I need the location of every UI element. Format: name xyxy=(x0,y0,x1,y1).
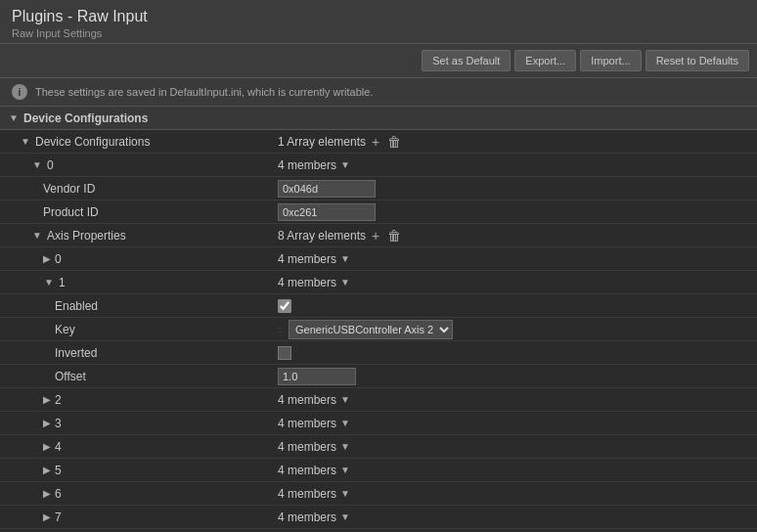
axis-5-row: ▶ 5 4 members ▼ xyxy=(0,459,757,482)
set-as-default-button[interactable]: Set as Default xyxy=(422,50,511,71)
offset-label: Offset xyxy=(0,370,274,383)
key-drag-handle: :: xyxy=(278,325,283,334)
axis-4-dropdown-icon: ▼ xyxy=(340,441,350,452)
key-label: Key xyxy=(0,323,274,336)
axis-properties-row: ▼ Axis Properties 8 Array elements + 🗑 xyxy=(0,224,757,247)
export-button[interactable]: Export... xyxy=(514,50,576,71)
device-configurations-section: ▼ Device Configurations xyxy=(0,107,757,130)
app-title: Plugins - Raw Input xyxy=(12,8,745,25)
import-button[interactable]: Import... xyxy=(580,50,641,71)
device-configurations-value: 1 Array elements + 🗑 xyxy=(274,135,757,149)
key-row: Key :: GenericUSBController Axis 2 xyxy=(0,318,757,341)
toolbar: Set as Default Export... Import... Reset… xyxy=(0,44,757,78)
axis-5-expand-icon: ▶ xyxy=(43,465,51,475)
product-id-value xyxy=(274,203,757,221)
vendor-id-row: Vendor ID xyxy=(0,177,757,200)
axis-2-value: 4 members ▼ xyxy=(274,393,757,407)
enabled-label: Enabled xyxy=(0,299,274,313)
axis-7-row: ▶ 7 4 members ▼ xyxy=(0,506,757,529)
inverted-checkbox[interactable] xyxy=(278,346,291,360)
axis-5-label: ▶ 5 xyxy=(0,464,274,477)
axis-7-label: ▶ 7 xyxy=(0,510,274,524)
inverted-label: Inverted xyxy=(0,346,274,360)
axis-2-dropdown-icon: ▼ xyxy=(340,394,350,405)
device-configurations-collapse[interactable]: ▼ xyxy=(20,136,31,147)
axis-6-expand-icon: ▶ xyxy=(43,488,51,499)
axis-3-row: ▶ 3 4 members ▼ xyxy=(0,412,757,435)
axis-3-dropdown-icon: ▼ xyxy=(340,418,350,428)
axis-4-value: 4 members ▼ xyxy=(274,440,757,454)
enabled-checkbox[interactable] xyxy=(278,299,291,313)
axis-6-label: ▶ 6 xyxy=(0,487,274,501)
product-id-row: Product ID xyxy=(0,200,757,224)
offset-value xyxy=(274,368,757,385)
axis-6-dropdown-icon: ▼ xyxy=(340,488,350,499)
axis-5-dropdown-icon: ▼ xyxy=(340,465,350,475)
axis-1-value: 4 members ▼ xyxy=(274,276,757,289)
axis-1-expand[interactable]: ▼ xyxy=(43,277,55,288)
axis-6-row: ▶ 6 4 members ▼ xyxy=(0,482,757,506)
axis-4-label: ▶ 4 xyxy=(0,440,274,454)
axis-7-dropdown-icon: ▼ xyxy=(340,511,350,522)
axis-0-value: 4 members ▼ xyxy=(274,252,757,266)
offset-row: Offset xyxy=(0,365,757,388)
vendor-id-label: Vendor ID xyxy=(0,182,274,196)
axis-3-label: ▶ 3 xyxy=(0,417,274,430)
device-configurations-row: ▼ Device Configurations 1 Array elements… xyxy=(0,130,757,154)
axis-properties-label: ▼ Axis Properties xyxy=(0,229,274,243)
key-value: :: GenericUSBController Axis 2 xyxy=(274,320,757,339)
info-icon: i xyxy=(12,84,27,100)
info-bar: i These settings are saved in DefaultInp… xyxy=(0,78,757,107)
key-select[interactable]: GenericUSBController Axis 2 xyxy=(289,320,453,339)
axis-properties-delete[interactable]: 🗑 xyxy=(385,229,403,243)
inverted-value xyxy=(274,346,757,360)
item-0-label: ▼ 0 xyxy=(0,158,274,172)
axis-6-value: 4 members ▼ xyxy=(274,487,757,501)
main-content: ▼ Device Configurations ▼ Device Configu… xyxy=(0,107,757,532)
axis-5-value: 4 members ▼ xyxy=(274,464,757,477)
item-0-dropdown-icon: ▼ xyxy=(340,159,350,170)
device-configurations-delete[interactable]: 🗑 xyxy=(385,135,403,149)
axis-4-row: ▶ 4 4 members ▼ xyxy=(0,435,757,459)
enabled-value xyxy=(274,299,757,313)
offset-input[interactable] xyxy=(278,368,356,385)
enabled-row: Enabled xyxy=(0,294,757,318)
axis-7-expand-icon: ▶ xyxy=(43,511,51,522)
axis-0-label: ▶ 0 xyxy=(0,252,274,266)
axis-2-row: ▶ 2 4 members ▼ xyxy=(0,388,757,412)
axis-3-expand-icon: ▶ xyxy=(43,418,51,428)
info-message: These settings are saved in DefaultInput… xyxy=(35,86,373,98)
axis-2-expand-icon: ▶ xyxy=(43,394,51,405)
device-configurations-label: ▼ Device Configurations xyxy=(0,135,274,149)
axis-4-expand-icon: ▶ xyxy=(43,441,51,452)
axis-0-dropdown-icon: ▼ xyxy=(340,253,350,264)
item-0-expand[interactable]: ▼ xyxy=(31,159,43,170)
product-id-input[interactable] xyxy=(278,203,376,221)
axis-properties-expand[interactable]: ▼ xyxy=(31,230,43,241)
axis-1-row: ▼ 1 4 members ▼ xyxy=(0,271,757,294)
item-0-value: 4 members ▼ xyxy=(274,158,757,172)
vendor-id-input[interactable] xyxy=(278,180,376,198)
product-id-label: Product ID xyxy=(0,205,274,219)
axis-2-label: ▶ 2 xyxy=(0,393,274,407)
item-0-row: ▼ 0 4 members ▼ xyxy=(0,154,757,177)
vendor-id-value xyxy=(274,180,757,198)
axis-7-value: 4 members ▼ xyxy=(274,510,757,524)
app-subtitle: Raw Input Settings xyxy=(12,27,745,39)
reset-to-defaults-button[interactable]: Reset to Defaults xyxy=(646,50,749,71)
device-configurations-add[interactable]: + xyxy=(370,135,381,149)
axis-1-dropdown-icon: ▼ xyxy=(340,277,350,288)
title-bar: Plugins - Raw Input Raw Input Settings xyxy=(0,0,757,44)
axis-0-expand-icon: ▶ xyxy=(43,253,51,264)
axis-properties-add[interactable]: + xyxy=(370,229,381,243)
inverted-row: Inverted xyxy=(0,341,757,365)
axis-3-value: 4 members ▼ xyxy=(274,417,757,430)
device-configurations-expand[interactable]: ▼ xyxy=(8,112,20,123)
device-configurations-section-label: ▼ Device Configurations xyxy=(0,111,274,125)
axis-0-row: ▶ 0 4 members ▼ xyxy=(0,247,757,271)
axis-properties-value: 8 Array elements + 🗑 xyxy=(274,229,757,243)
axis-1-label: ▼ 1 xyxy=(0,276,274,289)
